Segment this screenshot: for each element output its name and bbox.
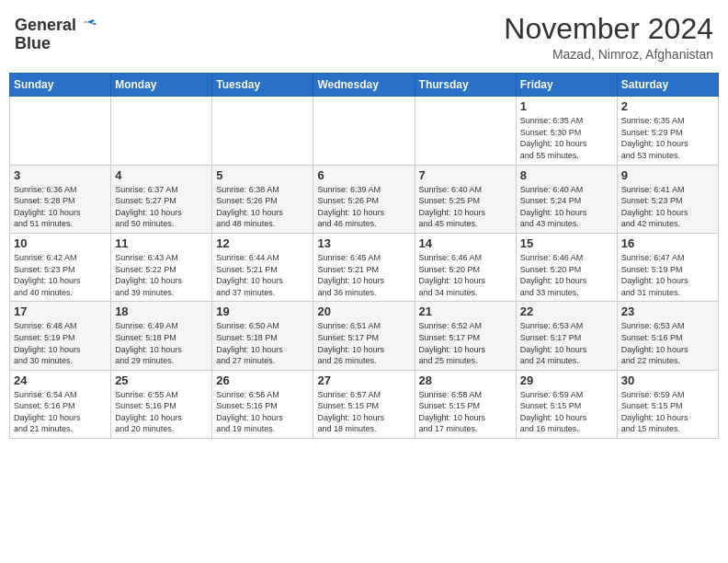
calendar-cell xyxy=(111,97,212,165)
day-info: Sunrise: 6:58 AM Sunset: 5:15 PM Dayligh… xyxy=(419,389,512,435)
logo: General Blue xyxy=(15,17,97,53)
logo-bird-icon xyxy=(78,18,97,33)
month-title: November 2024 xyxy=(504,13,713,45)
day-number: 1 xyxy=(520,99,613,113)
day-number: 5 xyxy=(216,168,309,182)
day-info: Sunrise: 6:46 AM Sunset: 5:20 PM Dayligh… xyxy=(419,252,512,298)
calendar-cell: 26Sunrise: 6:56 AM Sunset: 5:16 PM Dayli… xyxy=(212,370,313,438)
day-number: 6 xyxy=(317,168,410,182)
col-header-wednesday: Wednesday xyxy=(313,74,415,97)
calendar-cell: 1Sunrise: 6:35 AM Sunset: 5:30 PM Daylig… xyxy=(516,97,617,165)
day-info: Sunrise: 6:35 AM Sunset: 5:30 PM Dayligh… xyxy=(520,115,613,161)
day-number: 30 xyxy=(621,373,714,387)
calendar-cell xyxy=(313,97,415,165)
day-info: Sunrise: 6:44 AM Sunset: 5:21 PM Dayligh… xyxy=(216,252,309,298)
header: General Blue November 2024 Mazad, Nimroz… xyxy=(9,9,719,65)
calendar-cell: 12Sunrise: 6:44 AM Sunset: 5:21 PM Dayli… xyxy=(212,233,313,301)
col-header-monday: Monday xyxy=(111,74,212,97)
calendar-cell: 22Sunrise: 6:53 AM Sunset: 5:17 PM Dayli… xyxy=(516,302,617,370)
day-number: 23 xyxy=(621,304,714,318)
col-header-sunday: Sunday xyxy=(10,74,111,97)
day-info: Sunrise: 6:47 AM Sunset: 5:19 PM Dayligh… xyxy=(621,252,714,298)
calendar-cell: 30Sunrise: 6:59 AM Sunset: 5:15 PM Dayli… xyxy=(617,370,718,438)
calendar: SundayMondayTuesdayWednesdayThursdayFrid… xyxy=(9,73,719,439)
col-header-friday: Friday xyxy=(516,74,617,97)
day-info: Sunrise: 6:35 AM Sunset: 5:29 PM Dayligh… xyxy=(621,115,714,161)
calendar-cell: 21Sunrise: 6:52 AM Sunset: 5:17 PM Dayli… xyxy=(415,302,516,370)
day-info: Sunrise: 6:59 AM Sunset: 5:15 PM Dayligh… xyxy=(621,389,714,435)
page: General Blue November 2024 Mazad, Nimroz… xyxy=(0,0,728,563)
day-number: 25 xyxy=(115,373,208,387)
calendar-cell: 28Sunrise: 6:58 AM Sunset: 5:15 PM Dayli… xyxy=(415,370,516,438)
day-info: Sunrise: 6:53 AM Sunset: 5:17 PM Dayligh… xyxy=(520,320,613,366)
calendar-cell: 18Sunrise: 6:49 AM Sunset: 5:18 PM Dayli… xyxy=(111,302,212,370)
calendar-week-4: 17Sunrise: 6:48 AM Sunset: 5:19 PM Dayli… xyxy=(10,302,719,370)
calendar-cell: 13Sunrise: 6:45 AM Sunset: 5:21 PM Dayli… xyxy=(313,233,415,301)
calendar-header-row: SundayMondayTuesdayWednesdayThursdayFrid… xyxy=(10,74,719,97)
calendar-cell xyxy=(212,97,313,165)
day-number: 12 xyxy=(216,236,309,250)
day-info: Sunrise: 6:41 AM Sunset: 5:23 PM Dayligh… xyxy=(621,184,714,230)
day-info: Sunrise: 6:40 AM Sunset: 5:25 PM Dayligh… xyxy=(419,184,512,230)
day-number: 7 xyxy=(419,168,512,182)
day-number: 2 xyxy=(621,99,714,113)
calendar-cell: 14Sunrise: 6:46 AM Sunset: 5:20 PM Dayli… xyxy=(415,233,516,301)
day-info: Sunrise: 6:36 AM Sunset: 5:28 PM Dayligh… xyxy=(14,184,107,230)
day-number: 21 xyxy=(419,304,512,318)
col-header-thursday: Thursday xyxy=(415,74,516,97)
day-number: 28 xyxy=(419,373,512,387)
calendar-cell: 17Sunrise: 6:48 AM Sunset: 5:19 PM Dayli… xyxy=(10,302,111,370)
day-number: 18 xyxy=(115,304,208,318)
title-block: November 2024 Mazad, Nimroz, Afghanistan xyxy=(504,13,713,62)
calendar-cell xyxy=(415,97,516,165)
calendar-cell: 29Sunrise: 6:59 AM Sunset: 5:15 PM Dayli… xyxy=(516,370,617,438)
day-number: 9 xyxy=(621,168,714,182)
day-number: 17 xyxy=(14,304,107,318)
calendar-cell: 10Sunrise: 6:42 AM Sunset: 5:23 PM Dayli… xyxy=(10,233,111,301)
day-info: Sunrise: 6:46 AM Sunset: 5:20 PM Dayligh… xyxy=(520,252,613,298)
day-info: Sunrise: 6:52 AM Sunset: 5:17 PM Dayligh… xyxy=(419,320,512,366)
calendar-cell: 3Sunrise: 6:36 AM Sunset: 5:28 PM Daylig… xyxy=(10,165,111,233)
calendar-cell: 5Sunrise: 6:38 AM Sunset: 5:26 PM Daylig… xyxy=(212,165,313,233)
calendar-cell: 2Sunrise: 6:35 AM Sunset: 5:29 PM Daylig… xyxy=(617,97,718,165)
day-number: 10 xyxy=(14,236,107,250)
day-info: Sunrise: 6:57 AM Sunset: 5:15 PM Dayligh… xyxy=(317,389,410,435)
day-number: 26 xyxy=(216,373,309,387)
day-info: Sunrise: 6:55 AM Sunset: 5:16 PM Dayligh… xyxy=(115,389,208,435)
calendar-cell: 16Sunrise: 6:47 AM Sunset: 5:19 PM Dayli… xyxy=(617,233,718,301)
calendar-week-3: 10Sunrise: 6:42 AM Sunset: 5:23 PM Dayli… xyxy=(10,233,719,301)
day-number: 13 xyxy=(317,236,410,250)
day-info: Sunrise: 6:56 AM Sunset: 5:16 PM Dayligh… xyxy=(216,389,309,435)
calendar-cell: 23Sunrise: 6:53 AM Sunset: 5:16 PM Dayli… xyxy=(617,302,718,370)
day-info: Sunrise: 6:42 AM Sunset: 5:23 PM Dayligh… xyxy=(14,252,107,298)
day-info: Sunrise: 6:45 AM Sunset: 5:21 PM Dayligh… xyxy=(317,252,410,298)
calendar-cell: 19Sunrise: 6:50 AM Sunset: 5:18 PM Dayli… xyxy=(212,302,313,370)
calendar-week-5: 24Sunrise: 6:54 AM Sunset: 5:16 PM Dayli… xyxy=(10,370,719,438)
day-number: 4 xyxy=(115,168,208,182)
day-info: Sunrise: 6:51 AM Sunset: 5:17 PM Dayligh… xyxy=(317,320,410,366)
calendar-cell: 8Sunrise: 6:40 AM Sunset: 5:24 PM Daylig… xyxy=(516,165,617,233)
calendar-week-2: 3Sunrise: 6:36 AM Sunset: 5:28 PM Daylig… xyxy=(10,165,719,233)
calendar-cell: 4Sunrise: 6:37 AM Sunset: 5:27 PM Daylig… xyxy=(111,165,212,233)
calendar-cell xyxy=(10,97,111,165)
day-info: Sunrise: 6:38 AM Sunset: 5:26 PM Dayligh… xyxy=(216,184,309,230)
day-number: 27 xyxy=(317,373,410,387)
calendar-cell: 7Sunrise: 6:40 AM Sunset: 5:25 PM Daylig… xyxy=(415,165,516,233)
calendar-cell: 15Sunrise: 6:46 AM Sunset: 5:20 PM Dayli… xyxy=(516,233,617,301)
calendar-cell: 27Sunrise: 6:57 AM Sunset: 5:15 PM Dayli… xyxy=(313,370,415,438)
logo-blue: Blue xyxy=(15,35,51,53)
day-info: Sunrise: 6:53 AM Sunset: 5:16 PM Dayligh… xyxy=(621,320,714,366)
day-number: 14 xyxy=(419,236,512,250)
day-info: Sunrise: 6:40 AM Sunset: 5:24 PM Dayligh… xyxy=(520,184,613,230)
col-header-saturday: Saturday xyxy=(617,74,718,97)
day-number: 22 xyxy=(520,304,613,318)
calendar-cell: 24Sunrise: 6:54 AM Sunset: 5:16 PM Dayli… xyxy=(10,370,111,438)
day-number: 29 xyxy=(520,373,613,387)
day-number: 16 xyxy=(621,236,714,250)
day-info: Sunrise: 6:48 AM Sunset: 5:19 PM Dayligh… xyxy=(14,320,107,366)
day-number: 11 xyxy=(115,236,208,250)
day-number: 20 xyxy=(317,304,410,318)
day-number: 15 xyxy=(520,236,613,250)
day-info: Sunrise: 6:50 AM Sunset: 5:18 PM Dayligh… xyxy=(216,320,309,366)
col-header-tuesday: Tuesday xyxy=(212,74,313,97)
